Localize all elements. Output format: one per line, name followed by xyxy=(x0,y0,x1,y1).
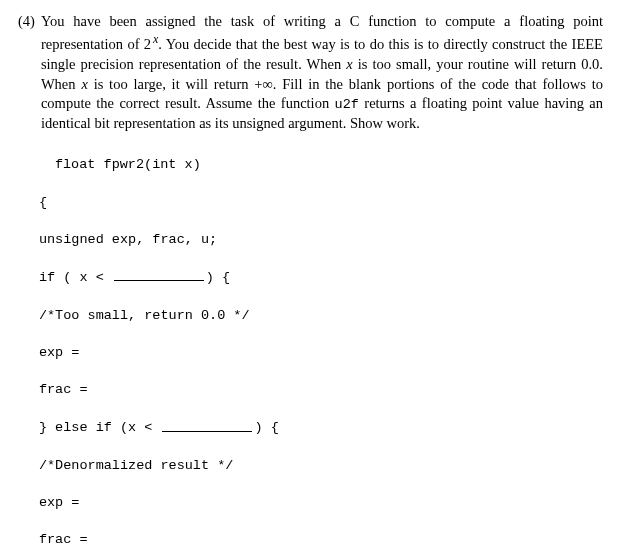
blank-2[interactable] xyxy=(162,418,252,431)
code-decl: unsigned exp, frac, u; xyxy=(39,232,217,247)
problem-content: You have been assigned the task of writi… xyxy=(41,12,603,545)
code-if1b: ) { xyxy=(206,270,230,285)
code-sig: float fpwr2(int x) xyxy=(55,157,201,172)
code-block: float fpwr2(int x) { unsigned exp, frac,… xyxy=(39,138,603,545)
code-exp2: exp = xyxy=(39,495,80,510)
code-if1a: if ( x < xyxy=(39,270,112,285)
problem-number: (4) xyxy=(18,12,35,545)
code-frac1: frac = xyxy=(39,382,88,397)
code-exp1: exp = xyxy=(39,345,80,360)
u2f-fn: u2f xyxy=(335,97,359,112)
code-open: { xyxy=(39,195,47,210)
code-frac2: frac = xyxy=(39,532,88,545)
code-c1: /*Too small, return 0.0 */ xyxy=(39,308,250,323)
code-c2: /*Denormalized result */ xyxy=(39,458,233,473)
blank-1[interactable] xyxy=(114,268,204,281)
code-elif1a: } else if (x < xyxy=(39,421,161,436)
code-elif1b: ) { xyxy=(254,421,278,436)
problem-container: (4) You have been assigned the task of w… xyxy=(18,12,603,545)
problem-text: You have been assigned the task of writi… xyxy=(41,13,603,131)
